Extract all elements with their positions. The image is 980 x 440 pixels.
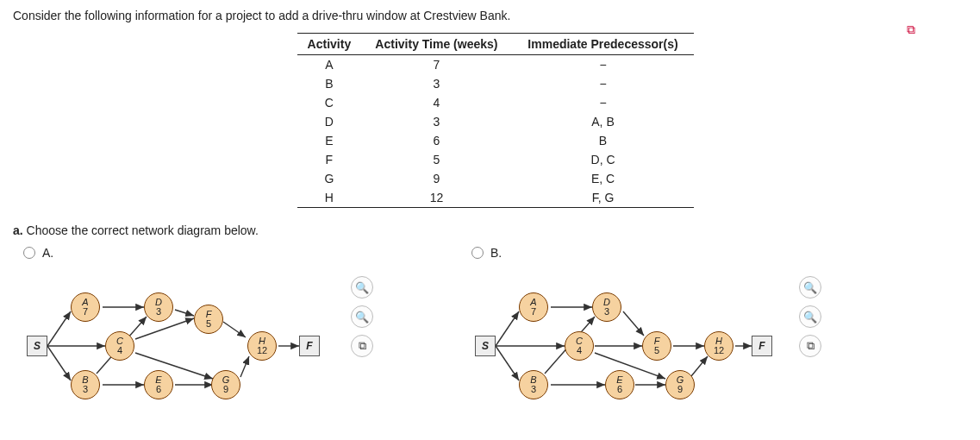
radio-b[interactable] — [471, 247, 484, 259]
table-row: G9E, C — [297, 169, 694, 188]
part-a-prompt: a. Choose the correct network diagram be… — [13, 223, 967, 237]
node-finish: F — [752, 336, 772, 356]
node-b: B3 — [71, 370, 100, 399]
node-e: E6 — [605, 370, 634, 399]
node-c: C4 — [105, 331, 134, 361]
node-f-act: F5 — [194, 305, 223, 334]
table-row: E6B — [297, 131, 694, 150]
open-icon[interactable]: ⧉ — [799, 335, 821, 357]
svg-line-6 — [135, 318, 194, 339]
th-activity: Activity — [297, 34, 361, 55]
table-row: D3A, B — [297, 112, 694, 131]
node-c: C4 — [565, 331, 594, 361]
intro-text: Consider the following information for a… — [13, 9, 967, 22]
svg-line-15 — [496, 346, 519, 380]
open-icon[interactable]: ⧉ — [351, 335, 373, 357]
svg-line-8 — [175, 310, 194, 316]
activity-table: Activity Activity Time (weeks) Immediate… — [297, 33, 694, 208]
svg-line-2 — [47, 346, 71, 380]
option-b[interactable]: B. S A7 C4 — [471, 246, 782, 415]
zoom-out-icon[interactable]: 🔍 — [799, 305, 821, 328]
table-row: A7− — [297, 55, 694, 75]
table-row: F5D, C — [297, 150, 694, 169]
node-a: A7 — [71, 292, 100, 322]
option-a-label: A. — [42, 246, 53, 260]
node-e: E6 — [144, 370, 173, 399]
zoom-in-icon[interactable]: 🔍 — [351, 276, 373, 299]
node-g: G9 — [211, 370, 240, 399]
svg-line-21 — [623, 311, 644, 336]
zoom-out-icon[interactable]: 🔍 — [351, 305, 373, 328]
node-a: A7 — [519, 292, 548, 322]
node-h: H12 — [704, 331, 733, 361]
th-time: Activity Time (weeks) — [361, 34, 512, 55]
node-d: D3 — [144, 292, 173, 322]
diagram-b: S A7 C4 B3 D3 E6 F5 G9 H12 F — [471, 268, 782, 415]
option-b-label: B. — [490, 246, 502, 260]
node-h: H12 — [247, 331, 277, 361]
th-pred: Immediate Predecessor(s) — [512, 34, 694, 55]
node-g: G9 — [665, 370, 695, 399]
option-a[interactable]: A. — [23, 246, 334, 415]
node-finish: F — [299, 336, 320, 356]
zoom-in-icon[interactable]: 🔍 — [799, 276, 821, 299]
svg-line-11 — [240, 356, 249, 377]
diagram-a: S A7 C4 B3 D3 E6 F5 G9 H12 F — [23, 268, 334, 415]
table-row: B3− — [297, 74, 694, 93]
svg-line-0 — [47, 311, 71, 346]
node-start: S — [27, 336, 47, 356]
node-d: D3 — [592, 292, 621, 322]
svg-line-10 — [223, 322, 246, 337]
svg-line-13 — [496, 311, 519, 346]
node-start: S — [475, 336, 496, 356]
popup-icon[interactable]: ⧉ — [907, 22, 915, 37]
node-b: B3 — [519, 370, 548, 399]
table-row: H12F, G — [297, 188, 694, 208]
radio-a[interactable] — [23, 247, 35, 259]
table-row: C4− — [297, 93, 694, 112]
node-f-act: F5 — [642, 331, 671, 361]
svg-line-24 — [691, 356, 708, 376]
